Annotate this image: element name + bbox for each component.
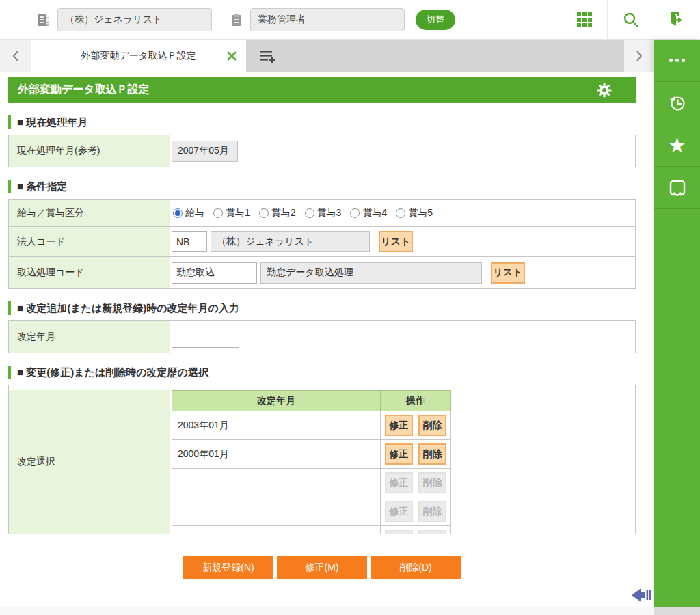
radio-label: 賞与5 xyxy=(408,207,433,219)
radio-label: 給与 xyxy=(185,207,204,219)
delete-row-button-disabled: 削除 xyxy=(418,472,446,493)
radio-icon xyxy=(259,208,269,218)
pay-type-label: 給与／賞与区分 xyxy=(9,200,170,226)
pay-type-radio-group: 給与 賞与1 賞与2 賞与3 xyxy=(172,207,433,219)
table-row: 修正 削除 xyxy=(172,469,451,497)
favorite-star-icon[interactable]: ★ xyxy=(654,124,700,167)
panel-title-bar: 外部変動データ取込Ｐ設定 xyxy=(8,77,636,103)
delete-row-button[interactable]: 削除 xyxy=(418,443,446,465)
revision-select-outer-table: 改定選択 改定年月 操作 2003年01月 修正 xyxy=(8,385,636,534)
edit-row-button[interactable]: 修正 xyxy=(385,443,413,465)
revision-entry-table: 改定年月 xyxy=(8,320,636,353)
edit-row-button-disabled: 修正 xyxy=(385,501,413,522)
modify-button[interactable]: 修正(M) xyxy=(277,556,367,579)
register-button[interactable]: 新規登録(N) xyxy=(183,556,273,579)
tab-external-variable-import[interactable]: 外部変動データ取込Ｐ設定 xyxy=(31,40,246,72)
scroll-left-chevron-icon[interactable] xyxy=(0,40,31,72)
building-icon xyxy=(36,12,52,28)
tab-label: 外部変動データ取込Ｐ設定 xyxy=(54,50,223,62)
corporation-code-label: 法人コード xyxy=(9,227,170,256)
logout-icon[interactable] xyxy=(654,0,700,40)
radio-icon xyxy=(213,208,223,218)
page-title: 外部変動データ取込Ｐ設定 xyxy=(18,83,150,97)
revision-month-cell xyxy=(172,469,381,497)
app-header: 切替 xyxy=(0,0,700,40)
revision-month-label: 改定年月 xyxy=(9,321,170,353)
table-row: 修正 削除 xyxy=(172,526,451,534)
current-month-value-field xyxy=(172,141,238,162)
section-heading-current-month: ■ 現在処理年月 xyxy=(8,115,636,129)
clipboard-icon xyxy=(228,12,245,28)
corporation-list-button[interactable]: リスト xyxy=(379,231,413,252)
tab-close-icon[interactable] xyxy=(223,47,241,65)
gear-icon[interactable] xyxy=(596,82,612,98)
radio-icon xyxy=(305,208,314,218)
delete-row-button-disabled: 削除 xyxy=(418,530,446,534)
revision-month-cell xyxy=(172,497,381,526)
role-field[interactable] xyxy=(250,8,405,31)
section-heading-conditions: ■ 条件指定 xyxy=(8,180,636,193)
bottom-strip-under-sidebar xyxy=(654,607,700,615)
current-month-label: 現在処理年月(参考) xyxy=(9,135,170,167)
pay-type-option-bonus4[interactable]: 賞与4 xyxy=(350,207,387,219)
import-process-list-button[interactable]: リスト xyxy=(491,262,525,284)
pay-type-option-bonus2[interactable]: 賞与2 xyxy=(259,207,296,219)
column-header-operation: 操作 xyxy=(381,391,451,411)
tab-bar: 外部変動データ取込Ｐ設定 xyxy=(0,40,654,72)
edit-row-button-disabled: 修正 xyxy=(385,472,413,493)
company-field[interactable] xyxy=(57,8,212,31)
app-grid-icon[interactable] xyxy=(561,0,607,40)
main-panel: 外部変動データ取込Ｐ設定 ■ 現在処理年月 現在処理年月(参考) xyxy=(0,72,654,607)
revision-select-label: 改定選択 xyxy=(9,390,170,534)
revision-month-cell xyxy=(172,526,381,534)
history-clock-icon[interactable] xyxy=(654,82,700,124)
memo-note-icon[interactable] xyxy=(654,167,700,209)
pay-type-option-bonus5[interactable]: 賞与5 xyxy=(396,207,433,219)
panel-collapse-arrow-icon[interactable] xyxy=(630,586,654,604)
action-button-row: 新規登録(N) 修正(M) 削除(D) xyxy=(8,556,636,579)
corporation-code-input[interactable] xyxy=(172,231,207,252)
radio-icon xyxy=(350,208,360,218)
import-process-code-label: 取込処理コード xyxy=(9,257,170,288)
import-process-name-field xyxy=(260,262,482,284)
search-icon[interactable] xyxy=(607,0,654,40)
current-month-table: 現在処理年月(参考) xyxy=(8,135,636,167)
table-row: 2003年01月 修正 削除 xyxy=(172,411,451,440)
revision-history-table: 改定年月 操作 2003年01月 修正 削除 xyxy=(172,390,451,534)
radio-label: 賞与4 xyxy=(362,207,387,219)
revision-month-input[interactable] xyxy=(172,327,239,348)
conditions-table: 給与／賞与区分 給与 賞与1 賞与2 xyxy=(8,199,636,289)
revision-history-table-wrap: 改定年月 操作 2003年01月 修正 削除 xyxy=(172,390,451,534)
delete-button[interactable]: 削除(D) xyxy=(371,556,461,579)
column-header-revision-month: 改定年月 xyxy=(172,391,381,411)
section-heading-revision-select: ■ 変更(修正)または削除時の改定歴の選択 xyxy=(8,366,636,379)
radio-label: 賞与2 xyxy=(271,207,296,219)
delete-row-button[interactable]: 削除 xyxy=(418,415,446,436)
corporation-name-field xyxy=(211,231,370,252)
pay-type-option-bonus1[interactable]: 賞与1 xyxy=(213,207,250,219)
table-row: 修正 削除 xyxy=(172,497,451,526)
table-row: 2000年01月 修正 削除 xyxy=(172,440,451,469)
radio-label: 賞与3 xyxy=(317,207,342,219)
import-process-code-input[interactable] xyxy=(172,262,257,284)
edit-row-button[interactable]: 修正 xyxy=(385,415,413,436)
switch-button[interactable]: 切替 xyxy=(416,10,455,30)
radio-label: 賞与1 xyxy=(226,207,250,219)
radio-selected-icon xyxy=(173,208,183,218)
pay-type-option-bonus3[interactable]: 賞与3 xyxy=(305,207,342,219)
radio-icon xyxy=(396,208,405,218)
revision-month-cell: 2003年01月 xyxy=(172,411,381,440)
more-ellipsis-icon[interactable] xyxy=(654,40,700,82)
right-sidebar: ★ xyxy=(654,40,700,607)
scroll-right-chevron-icon[interactable] xyxy=(624,40,654,72)
delete-row-button-disabled: 削除 xyxy=(418,501,446,522)
new-tab-list-plus-icon[interactable] xyxy=(254,40,282,72)
edit-row-button-disabled: 修正 xyxy=(385,530,413,534)
revision-month-cell: 2000年01月 xyxy=(172,440,381,469)
section-heading-revision-entry: ■ 改定追加(または新規登録)時の改定年月の入力 xyxy=(8,301,636,315)
pay-type-option-salary[interactable]: 給与 xyxy=(173,207,204,219)
bottom-strip xyxy=(0,607,654,615)
